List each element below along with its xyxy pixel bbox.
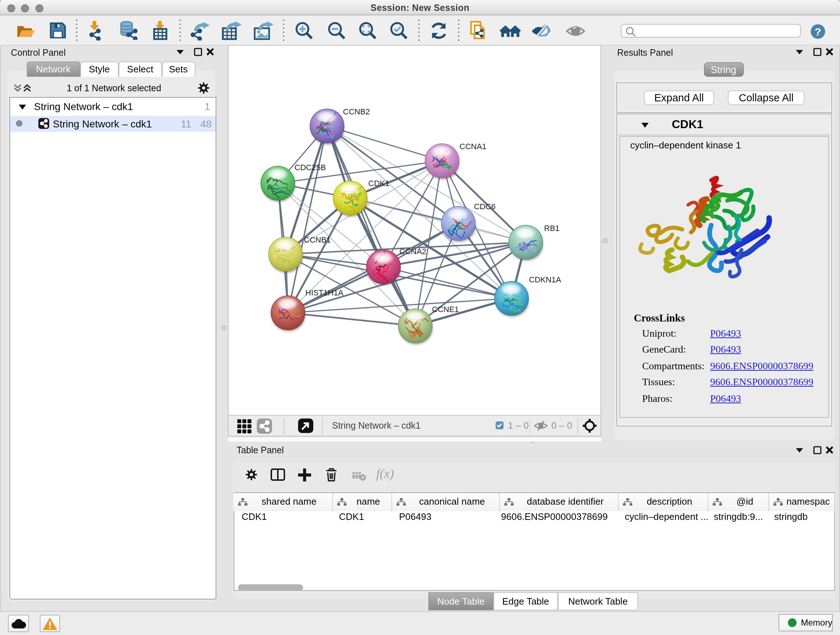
svg-text:CCNB2: CCNB2 <box>343 107 370 116</box>
svg-text:CDC6: CDC6 <box>474 202 496 211</box>
svg-text:CCNB1: CCNB1 <box>304 235 331 244</box>
svg-text:CCNE1: CCNE1 <box>432 305 459 314</box>
svg-text:HIST1H1A: HIST1H1A <box>305 288 343 297</box>
svg-text:CDK1: CDK1 <box>368 179 390 188</box>
svg-text:RB1: RB1 <box>544 224 560 233</box>
svg-text:?: ? <box>815 25 821 37</box>
svg-text:CDC25B: CDC25B <box>294 163 326 172</box>
svg-text:CDKN1A: CDKN1A <box>529 275 561 284</box>
svg-text:CCNA2: CCNA2 <box>399 247 426 256</box>
svg-text:CCNA1: CCNA1 <box>459 142 486 151</box>
